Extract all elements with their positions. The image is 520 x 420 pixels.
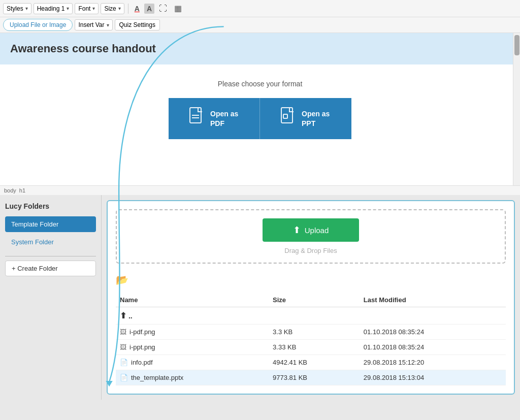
upload-file-button[interactable]: Upload File or Image (3, 19, 73, 31)
table-header-row: Name Size Last Modified (116, 293, 506, 307)
sidebar-item-template-folder[interactable]: Template Folder (5, 216, 96, 232)
heading-label: Heading 1 (37, 5, 65, 12)
choose-format-text: Please choose your format (20, 80, 500, 88)
sidebar-divider (5, 256, 96, 256)
upload-file-label: Upload File or Image (10, 21, 66, 28)
insert-var-dropdown[interactable]: Insert Var (75, 19, 112, 30)
file-size: 9773.81 KB (269, 370, 360, 385)
styles-label: Styles (7, 5, 23, 12)
sidebar-item-system-folder[interactable]: System Folder (5, 235, 96, 249)
upload-btn-label: Upload (305, 226, 329, 235)
scrollbar-thumb (514, 35, 519, 55)
editor-section: Styles Heading 1 Font Size A A ⛶ ▦ Uploa… (0, 0, 520, 195)
file-table: Name Size Last Modified ⬆ .. 🖼i-pdf.png … (116, 293, 506, 385)
svg-rect-4 (283, 114, 287, 118)
quiz-settings-btn[interactable]: Quiz Settings (115, 19, 160, 30)
back-arrow-icon: ⬆ (120, 311, 126, 320)
upload-button[interactable]: ⬆ Upload (263, 218, 360, 242)
statusbar-h1: h1 (19, 187, 25, 193)
editor-scrollbar[interactable] (513, 33, 520, 185)
file-manager: ⬆ Upload Drag & Drop Files 📂 Name Size L… (107, 200, 515, 395)
file-modified: 01.10.2018 08:35:24 (360, 325, 506, 340)
create-folder-label: + Create Folder (12, 265, 58, 272)
back-row-label: .. (128, 312, 133, 320)
file-name: i-ppt.png (129, 343, 155, 351)
file-size: 3.33 KB (269, 340, 360, 355)
file-size: 3.3 KB (269, 325, 360, 340)
file-toolbar: 📂 (116, 271, 506, 289)
drag-drop-text: Drag & Drop Files (125, 247, 497, 254)
system-folder-label: System Folder (11, 238, 54, 246)
toolbar-row1: Styles Heading 1 Font Size A A ⛶ ▦ (0, 0, 520, 17)
sidebar-title: Lucy Folders (5, 202, 96, 210)
file-size: 4942.41 KB (269, 355, 360, 370)
col-name: Name (116, 293, 269, 307)
upload-dropzone: ⬆ Upload Drag & Drop Files (116, 209, 506, 264)
main-container: Styles Heading 1 Font Size A A ⛶ ▦ Uploa… (0, 0, 520, 400)
font-label: Font (78, 5, 90, 12)
file-icon: 🖼 (120, 343, 126, 351)
open-as-ppt-button[interactable]: Open asPPT (260, 98, 351, 139)
expand-btn[interactable]: ⛶ (156, 3, 170, 15)
view-btn[interactable]: ▦ (172, 2, 184, 15)
table-row[interactable]: 🖼i-ppt.png 3.33 KB 01.10.2018 08:35:24 (116, 340, 506, 355)
pdf-icon (189, 107, 205, 130)
table-row[interactable]: 📄info.pdf 4942.41 KB 29.08.2018 15:12:20 (116, 355, 506, 370)
editor-content: Awareness course handout Please choose y… (0, 33, 520, 185)
editor-title: Awareness course handout (0, 33, 520, 64)
insert-var-label: Insert Var (78, 21, 104, 28)
file-modified: 29.08.2018 15:12:20 (360, 355, 506, 370)
file-name: i-pdf.png (129, 328, 155, 336)
col-size: Size (269, 293, 360, 307)
size-dropdown[interactable]: Size (101, 3, 124, 14)
quiz-settings-label: Quiz Settings (119, 21, 155, 28)
create-folder-button[interactable]: + Create Folder (5, 261, 96, 276)
table-row[interactable]: 📄the_template.pptx 9773.81 KB 29.08.2018… (116, 370, 506, 385)
size-label: Size (104, 5, 116, 12)
file-modified: 29.08.2018 15:13:04 (360, 370, 506, 385)
file-icon: 📄 (120, 374, 128, 381)
font-highlight-btn[interactable]: A (144, 4, 154, 14)
open-as-pdf-button[interactable]: Open asPDF (169, 98, 260, 139)
ppt-icon (280, 107, 297, 130)
upload-icon: ⬆ (293, 224, 301, 236)
table-row[interactable]: 🖼i-pdf.png 3.3 KB 01.10.2018 08:35:24 (116, 325, 506, 340)
editor-body: Please choose your format Open asPDF (0, 64, 520, 154)
sidebar: Lucy Folders Template Folder System Fold… (0, 195, 102, 400)
template-folder-label: Template Folder (11, 220, 58, 228)
file-icon: 📄 (120, 359, 128, 366)
file-modified: 01.10.2018 08:35:24 (360, 340, 506, 355)
pdf-btn-text: Open asPDF (210, 109, 238, 127)
toolbar-row2: Upload File or Image Insert Var Quiz Set… (0, 17, 520, 33)
file-icon: 🖼 (120, 328, 126, 336)
folder-icon-btn[interactable]: 📂 (116, 274, 128, 286)
file-name: the_template.pptx (131, 374, 183, 381)
table-row-back[interactable]: ⬆ .. (116, 307, 506, 325)
editor-statusbar: body h1 (0, 185, 520, 195)
heading-dropdown[interactable]: Heading 1 (34, 3, 73, 14)
statusbar-body: body (4, 187, 16, 193)
separator1 (128, 4, 128, 14)
format-buttons: Open asPDF Open asPPT (20, 98, 500, 139)
styles-dropdown[interactable]: Styles (3, 3, 31, 14)
font-dropdown[interactable]: Font (75, 3, 99, 14)
bottom-section: Lucy Folders Template Folder System Fold… (0, 195, 520, 400)
font-color-btn[interactable]: A (132, 3, 142, 14)
ppt-btn-text: Open asPPT (302, 109, 330, 127)
col-last-modified: Last Modified (360, 293, 506, 307)
file-name: info.pdf (131, 359, 153, 366)
